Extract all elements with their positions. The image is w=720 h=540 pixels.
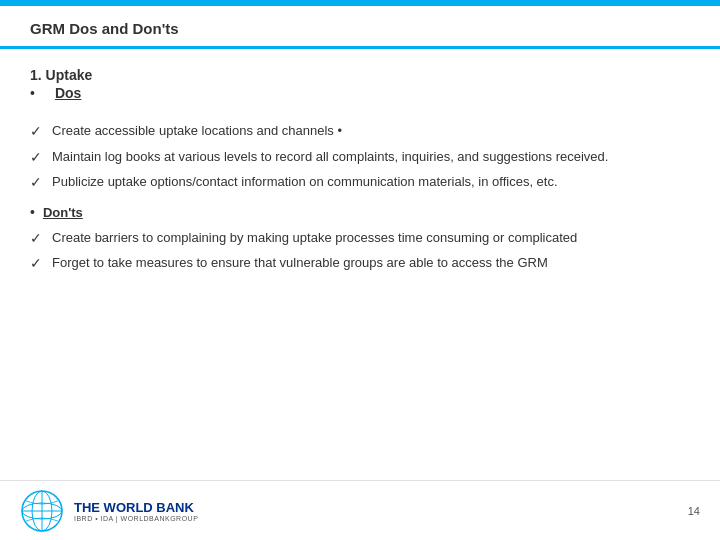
donts-bullet: • [30, 204, 35, 220]
dos-item-3: Publicize uptake options/contact informa… [30, 172, 690, 192]
page-number: 14 [688, 505, 700, 517]
dos-bullet-row: • Dos [30, 85, 690, 111]
donts-bullet-row: • Don'ts [30, 204, 690, 220]
donts-label: Don'ts [43, 205, 83, 220]
logo-sub-text: IBRD • IDA | WORLDBANKGROUP [74, 515, 198, 522]
header: GRM Dos and Don'ts [0, 6, 720, 49]
dos-label: Dos [55, 85, 81, 101]
donts-item-2: Forget to take measures to ensure that v… [30, 253, 690, 273]
logo-main-text: THE WORLD BANK [74, 500, 198, 515]
dos-checklist: Create accessible uptake locations and c… [30, 121, 690, 192]
dos-item-1: Create accessible uptake locations and c… [30, 121, 690, 141]
world-bank-globe-icon [20, 489, 64, 533]
section-uptake: 1. Uptake • Dos [30, 67, 690, 111]
dos-item-2: Maintain log books at various levels to … [30, 147, 690, 167]
logo-text-block: THE WORLD BANK IBRD • IDA | WORLDBANKGRO… [74, 500, 198, 522]
world-bank-logo: THE WORLD BANK IBRD • IDA | WORLDBANKGRO… [20, 489, 198, 533]
main-content: 1. Uptake • Dos Create accessible uptake… [0, 49, 720, 295]
donts-checklist: Create barriers to complaining by making… [30, 228, 690, 273]
donts-item-1: Create barriers to complaining by making… [30, 228, 690, 248]
footer: THE WORLD BANK IBRD • IDA | WORLDBANKGRO… [0, 480, 720, 540]
dos-bullet: • [30, 85, 35, 101]
page-title: GRM Dos and Don'ts [30, 20, 179, 37]
section-number-label: 1. Uptake [30, 67, 690, 83]
